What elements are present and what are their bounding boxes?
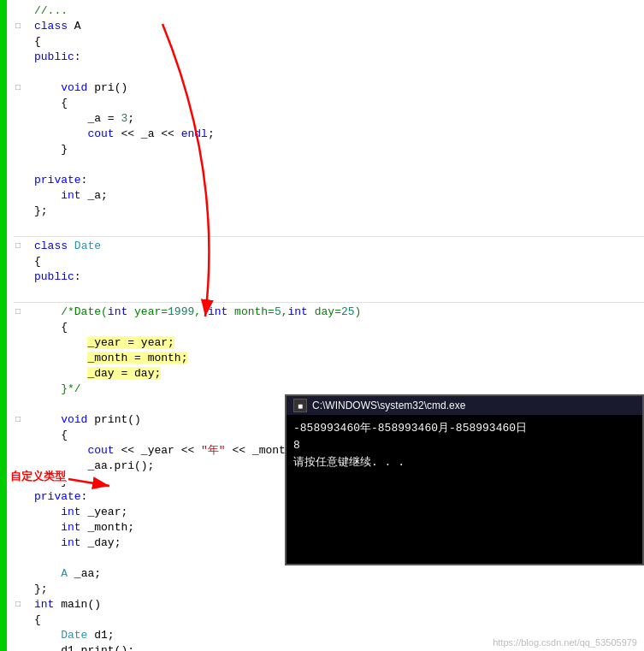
code-line-7: _a = 3;: [14, 111, 644, 127]
code-line-37: A _aa;: [14, 566, 644, 582]
code-line-13: };: [14, 204, 644, 219]
cmd-title: C:\WINDOWS\system32\cmd.exe: [312, 399, 465, 411]
cmd-line-3: 请按任意键继续. . .: [293, 454, 635, 471]
line-content-1: class A: [31, 19, 644, 34]
cmd-line-2: 8: [293, 437, 635, 454]
line-content-b2: [31, 157, 644, 173]
line-content-39: int main(): [31, 597, 644, 613]
left-bar: [0, 0, 7, 651]
fold-icon-15[interactable]: □: [15, 239, 21, 254]
code-line-39: □ int main(): [14, 597, 644, 613]
line-content-22: _year = year;: [31, 335, 644, 351]
code-line-blank3: [14, 219, 644, 234]
line-content-6: {: [31, 96, 644, 111]
fold-icon-1[interactable]: □: [15, 19, 21, 34]
code-line-blank4: [14, 285, 644, 300]
code-line-22: _year = year;: [14, 335, 644, 351]
code-line-23: _month = month;: [14, 351, 644, 366]
code-line-blank1: [14, 65, 644, 80]
line-content-b4: [31, 285, 644, 300]
code-line-24: _day = day;: [14, 366, 644, 382]
cmd-window: ■ C:\WINDOWS\system32\cmd.exe -858993460…: [285, 394, 644, 565]
line-content-7: _a = 3;: [31, 111, 644, 127]
line-content-23: _month = month;: [31, 351, 644, 366]
line-content-0: //...: [31, 3, 644, 19]
fold-icon-5[interactable]: □: [15, 80, 21, 96]
line-content-b3: [31, 219, 644, 234]
editor-area: //... □ class A { public: □: [0, 0, 644, 651]
code-line-0: //...: [14, 3, 644, 19]
line-content-13: };: [31, 204, 644, 219]
code-line-16: {: [14, 254, 644, 269]
code-line-15: □ class Date: [14, 239, 644, 254]
cmd-line-1: -858993460年-858993460月-858993460日: [293, 420, 635, 437]
code-line-blank2: [14, 157, 644, 173]
cmd-body: -858993460年-858993460月-858993460日 8 请按任意…: [287, 415, 642, 560]
code-line-12: int _a;: [14, 188, 644, 204]
code-line-1: □ class A: [14, 19, 644, 34]
line-content-17: public:: [31, 269, 644, 285]
line-content-2: {: [31, 34, 644, 50]
fold-icon-27[interactable]: □: [15, 412, 21, 428]
line-content-37: A _aa;: [31, 566, 644, 582]
line-content-12: int _a;: [31, 188, 644, 204]
line-content-20: /*Date(int year=1999, int month=5,int da…: [31, 305, 644, 320]
code-line-8: cout << _a << endl;: [14, 127, 644, 142]
code-line-2: {: [14, 34, 644, 50]
code-line-3: public:: [14, 50, 644, 65]
code-line-40: {: [14, 613, 644, 628]
line-content-9: }: [31, 142, 644, 157]
line-content-38: };: [31, 582, 644, 597]
line-content-8: cout << _a << endl;: [31, 127, 644, 142]
fold-icon-20[interactable]: □: [15, 305, 21, 320]
line-content-15: class Date: [31, 239, 644, 254]
line-content-3: public:: [31, 50, 644, 65]
line-content-5: void pri(): [31, 80, 644, 96]
code-line-21: {: [14, 320, 644, 335]
code-line-11: private:: [14, 173, 644, 188]
line-content-40: {: [31, 613, 644, 628]
line-content-16: {: [31, 254, 644, 269]
line-content-24: _day = day;: [31, 366, 644, 382]
separator-1: [14, 236, 644, 237]
cmd-titlebar: ■ C:\WINDOWS\system32\cmd.exe: [287, 396, 642, 415]
watermark: https://blog.csdn.net/qq_53505979: [493, 637, 637, 648]
cmd-icon: ■: [293, 399, 307, 412]
line-content-b1: [31, 65, 644, 80]
separator-2: [14, 302, 644, 303]
code-line-9: }: [14, 142, 644, 157]
code-line-20: □ /*Date(int year=1999, int month=5,int …: [14, 305, 644, 320]
code-line-6: {: [14, 96, 644, 111]
code-line-38: };: [14, 582, 644, 597]
annotation-label: 自定义类型: [10, 469, 66, 484]
line-content-11: private:: [31, 173, 644, 188]
code-line-5: □ void pri(): [14, 80, 644, 96]
line-content-21: {: [31, 320, 644, 335]
code-line-17: public:: [14, 269, 644, 285]
fold-icon-39[interactable]: □: [15, 597, 21, 613]
